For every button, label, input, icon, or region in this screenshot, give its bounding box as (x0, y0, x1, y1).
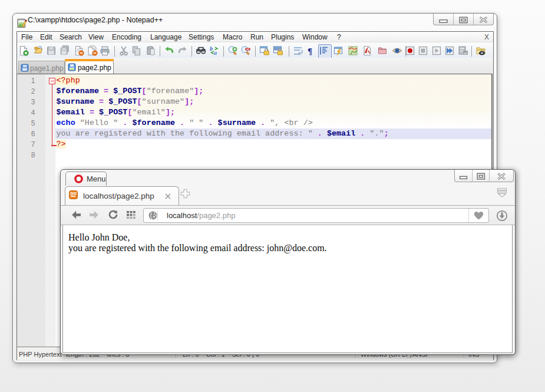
svg-text:b: b (210, 45, 213, 52)
svg-text:uc: uc (464, 51, 467, 55)
svg-text:a: a (214, 50, 217, 56)
svg-text:¶: ¶ (308, 47, 312, 56)
